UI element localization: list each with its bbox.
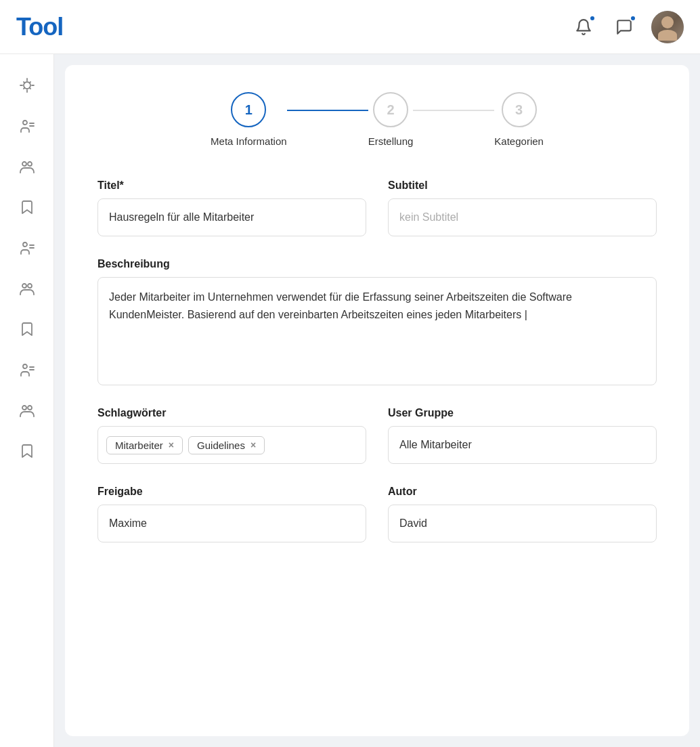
form-group-description: Beschreibung Jeder Mitarbeiter im Untern… [97, 258, 657, 385]
sidebar-item-brain[interactable] [9, 68, 45, 103]
form-row-title: Titel* Subtitel [97, 179, 657, 236]
sidebar-item-users-list-1[interactable] [9, 108, 45, 144]
user-gruppe-input[interactable] [388, 426, 657, 464]
tag-remove-guidelines[interactable]: × [250, 440, 256, 450]
stepper: 1 Meta Information 2 Erstellung 3 Katego… [97, 92, 657, 147]
form-group-title: Titel* [97, 179, 366, 236]
sidebar-item-users-list-3[interactable] [9, 352, 45, 387]
group-icon-2 [19, 280, 35, 297]
step-2-label: Erstellung [368, 135, 414, 147]
avatar-image [651, 11, 684, 43]
step-2: 2 Erstellung [368, 92, 414, 147]
bookmark-icon-2 [19, 321, 35, 337]
users-list-icon-3 [19, 362, 35, 378]
bookmark-icon-1 [19, 199, 35, 215]
logo: Tool [16, 13, 63, 41]
description-textarea[interactable]: Jeder Mitarbeiter im Unternehmen verwend… [97, 277, 657, 385]
form-row-freigabe: Freigabe Autor [97, 486, 657, 542]
step-1-label: Meta Information [211, 135, 287, 147]
svg-point-10 [28, 284, 32, 288]
sidebar [0, 54, 54, 747]
header-icons [570, 11, 684, 43]
step-3: 3 Kategorien [494, 92, 544, 147]
group-icon-3 [19, 402, 35, 419]
logo-accent: T [16, 13, 28, 41]
form-group-freigabe: Freigabe [97, 486, 366, 542]
tag-remove-mitarbeiter[interactable]: × [169, 440, 174, 450]
bookmark-icon-3 [19, 443, 35, 459]
message-button[interactable] [611, 14, 638, 41]
svg-point-11 [23, 364, 27, 368]
brain-icon [19, 77, 35, 93]
tags-input[interactable]: Mitarbeiter × Guidelines × [97, 426, 366, 464]
svg-point-5 [28, 162, 32, 166]
tags-label: Schlagwörter [97, 407, 366, 419]
freigabe-input[interactable] [97, 505, 366, 542]
step-connector-2 [413, 110, 494, 111]
svg-point-15 [28, 406, 32, 410]
main-content: 1 Meta Information 2 Erstellung 3 Katego… [65, 65, 689, 736]
subtitle-input[interactable] [388, 198, 657, 236]
sidebar-item-group-1[interactable] [9, 149, 45, 184]
form-row-description: Beschreibung Jeder Mitarbeiter im Untern… [97, 258, 657, 385]
logo-text: ool [28, 13, 63, 41]
main-layout: 1 Meta Information 2 Erstellung 3 Katego… [0, 54, 700, 747]
tag-guidelines: Guidelines × [188, 436, 265, 454]
sidebar-item-group-3[interactable] [9, 393, 45, 428]
avatar[interactable] [651, 11, 684, 43]
sidebar-item-users-list-2[interactable] [9, 230, 45, 265]
svg-point-14 [22, 406, 26, 410]
users-list-icon-2 [19, 240, 35, 256]
message-badge [630, 15, 636, 22]
step-3-circle: 3 [502, 92, 537, 127]
form-group-tags: Schlagwörter Mitarbeiter × Guidelines × [97, 407, 366, 464]
group-icon-1 [19, 158, 35, 175]
subtitle-label: Subtitel [388, 179, 657, 192]
freigabe-label: Freigabe [97, 486, 366, 498]
svg-point-6 [23, 242, 27, 247]
tag-mitarbeiter: Mitarbeiter × [106, 436, 183, 454]
user-gruppe-label: User Gruppe [388, 407, 657, 419]
form-row-tags: Schlagwörter Mitarbeiter × Guidelines × … [97, 407, 657, 464]
notification-button[interactable] [570, 14, 597, 41]
title-label: Titel* [97, 179, 366, 192]
svg-point-4 [22, 162, 26, 166]
autor-input[interactable] [388, 505, 657, 542]
sidebar-item-group-2[interactable] [9, 271, 45, 306]
description-label: Beschreibung [97, 258, 657, 270]
notification-badge [589, 15, 596, 22]
form-group-subtitle: Subtitel [388, 179, 657, 236]
step-1-circle: 1 [231, 92, 266, 127]
form-group-user-gruppe: User Gruppe [388, 407, 657, 464]
svg-point-9 [22, 284, 26, 288]
svg-point-1 [23, 121, 27, 125]
step-2-circle: 2 [373, 92, 408, 127]
sidebar-item-bookmark-1[interactable] [9, 190, 45, 225]
users-list-icon-1 [19, 118, 35, 134]
tag-label-guidelines: Guidelines [197, 440, 245, 451]
form-group-autor: Autor [388, 486, 657, 542]
header: Tool [0, 0, 700, 54]
tag-label-mitarbeiter: Mitarbeiter [115, 440, 163, 451]
sidebar-item-bookmark-2[interactable] [9, 312, 45, 347]
sidebar-item-bookmark-3[interactable] [9, 433, 45, 469]
step-connector-1 [287, 110, 368, 111]
step-1: 1 Meta Information [211, 92, 287, 147]
step-3-label: Kategorien [494, 135, 544, 147]
autor-label: Autor [388, 486, 657, 498]
title-input[interactable] [97, 198, 366, 236]
